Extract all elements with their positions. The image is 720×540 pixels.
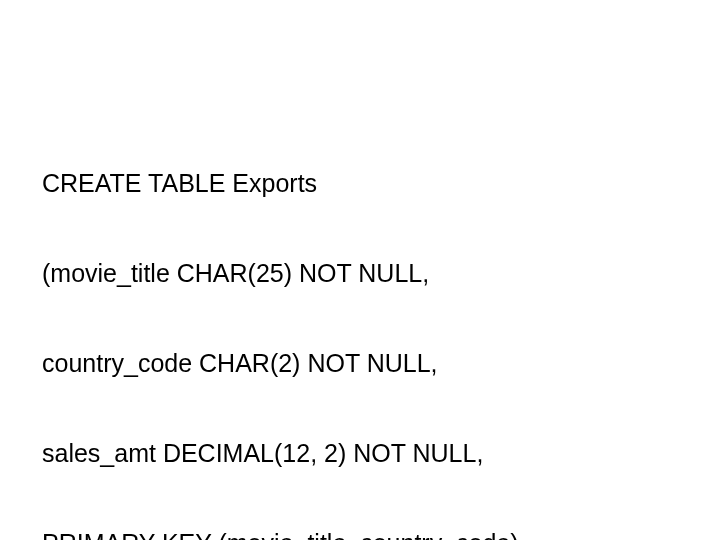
sql-code-block: CREATE TABLE Exports (movie_title CHAR(2…: [42, 108, 720, 540]
code-line: CREATE TABLE Exports: [42, 168, 720, 198]
code-line: (movie_title CHAR(25) NOT NULL,: [42, 258, 720, 288]
code-line: country_code CHAR(2) NOT NULL,: [42, 348, 720, 378]
code-line: sales_amt DECIMAL(12, 2) NOT NULL,: [42, 438, 720, 468]
code-line: PRIMARY KEY (movie_title, country_code),: [42, 528, 720, 540]
slide: CREATE TABLE Exports (movie_title CHAR(2…: [0, 0, 720, 540]
